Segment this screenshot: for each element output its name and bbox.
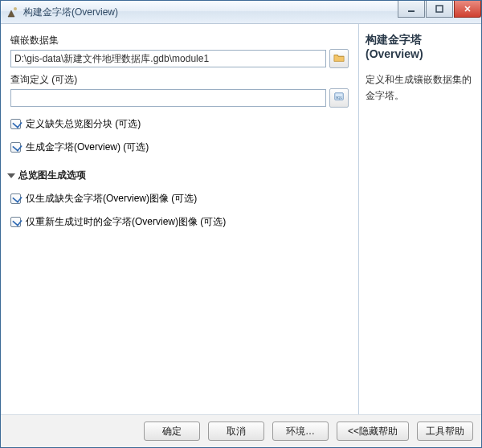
dialog-window: 构建金字塔(Overview) 镶嵌数据集 [0,0,482,448]
query-input[interactable] [10,89,326,107]
environment-button[interactable]: 环境… [272,422,329,441]
checkbox1-row[interactable]: 定义缺失总览图分块 (可选) [10,117,349,131]
checkbox2-row[interactable]: 生成金字塔(Overview) (可选) [10,141,349,154]
body-area: 镶嵌数据集 查询定义 (可选) [1,24,481,414]
minimize-button[interactable] [398,1,425,18]
svg-point-1 [14,7,17,10]
checkbox3-row[interactable]: 仅生成缺失金字塔(Overview)图像 (可选) [10,192,349,206]
folder-icon [333,52,345,66]
checkbox2-label: 生成金字塔(Overview) (可选) [26,141,149,154]
section-heading[interactable]: 总览图生成选项 [7,169,349,182]
help-description: 定义和生成镶嵌数据集的金字塔。 [366,72,475,103]
browse-button[interactable] [329,49,349,68]
hide-help-button[interactable]: <<隐藏帮助 [337,422,409,441]
maximize-button[interactable] [426,1,453,18]
checkbox-define-missing[interactable] [10,119,21,129]
checkbox-only-stale[interactable] [10,217,21,227]
svg-text:SQL: SQL [336,95,343,99]
close-button[interactable] [454,1,481,18]
help-title: 构建金字塔 (Overview) [366,32,475,61]
mosaic-input-row [10,49,349,68]
checkbox4-row[interactable]: 仅重新生成过时的金字塔(Overview)图像 (可选) [10,215,349,229]
ok-button[interactable]: 确定 [144,422,200,441]
sql-button[interactable]: SQL [329,88,349,108]
chevron-down-icon [7,173,15,178]
section-label: 总览图生成选项 [18,169,86,182]
main-pane: 镶嵌数据集 查询定义 (可选) [1,24,359,414]
app-icon [6,6,18,18]
title-bar[interactable]: 构建金字塔(Overview) [1,1,481,24]
checkbox-generate-overview[interactable] [10,142,21,153]
window-controls [397,1,481,18]
sql-icon: SQL [333,92,345,105]
mosaic-input[interactable] [10,50,326,67]
checkbox4-label: 仅重新生成过时的金字塔(Overview)图像 (可选) [26,215,226,229]
cancel-button[interactable]: 取消 [208,422,264,441]
mosaic-label: 镶嵌数据集 [10,34,349,47]
checkbox1-label: 定义缺失总览图分块 (可选) [26,117,141,131]
window-title: 构建金字塔(Overview) [23,6,118,19]
query-input-row: SQL [10,88,349,108]
svg-rect-3 [436,6,443,12]
checkbox-only-missing[interactable] [10,193,21,204]
tool-help-button[interactable]: 工具帮助 [417,422,473,441]
button-bar: 确定 取消 环境… <<隐藏帮助 工具帮助 [1,414,481,447]
svg-marker-0 [8,10,14,17]
help-pane: 构建金字塔 (Overview) 定义和生成镶嵌数据集的金字塔。 [359,24,481,414]
svg-rect-2 [408,10,415,12]
query-label: 查询定义 (可选) [10,73,349,87]
checkbox3-label: 仅生成缺失金字塔(Overview)图像 (可选) [26,192,197,206]
